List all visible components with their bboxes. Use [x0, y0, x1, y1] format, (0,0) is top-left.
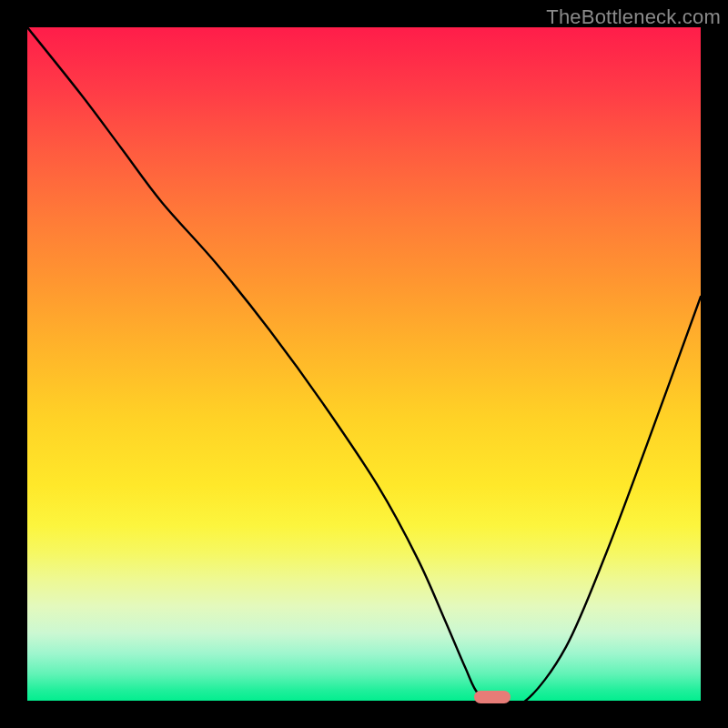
bottleneck-curve — [27, 27, 701, 701]
optimal-marker — [474, 691, 511, 703]
chart-frame: TheBottleneck.com — [0, 0, 728, 728]
plot-area — [27, 27, 701, 701]
watermark-text: TheBottleneck.com — [546, 5, 721, 29]
curve-svg — [27, 27, 701, 701]
